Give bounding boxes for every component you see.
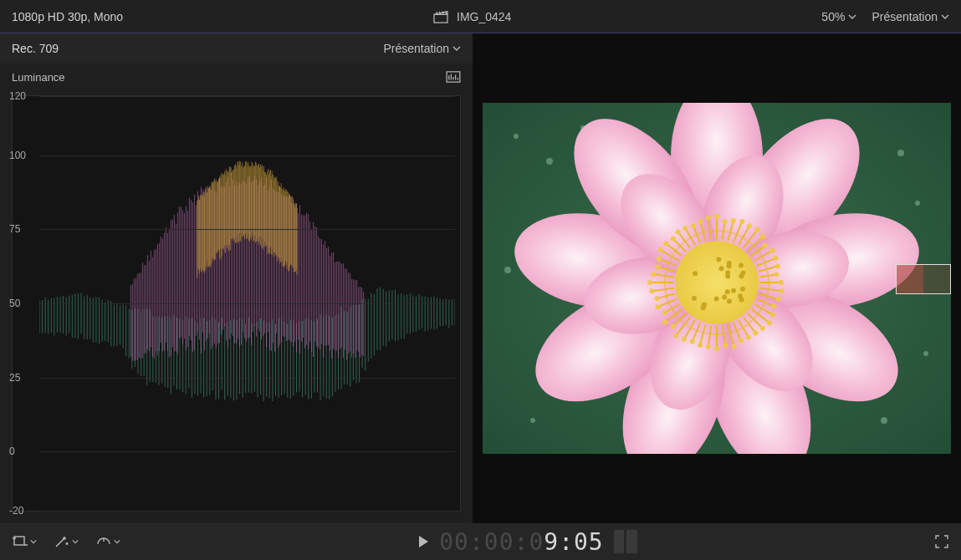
svg-point-513: [682, 226, 688, 231]
viewer-image[interactable]: [483, 103, 951, 454]
svg-point-469: [731, 344, 736, 349]
svg-point-517: [698, 219, 703, 224]
svg-point-459: [767, 320, 772, 325]
enhance-tool[interactable]: [54, 534, 79, 549]
svg-point-537: [769, 248, 774, 253]
svg-point-427: [915, 201, 920, 206]
crop-tool[interactable]: [12, 534, 37, 549]
scope-presentation-label: Présentation: [383, 42, 449, 55]
y-tick-label: 50: [9, 298, 34, 309]
waveform-plot: 1201007550250-20: [12, 95, 461, 512]
svg-point-429: [530, 418, 535, 423]
svg-point-557: [693, 271, 698, 276]
svg-point-555: [725, 289, 730, 294]
timecode-dim: 00:00:0: [439, 528, 544, 556]
viewer-panel: [473, 33, 961, 523]
waveform-icon[interactable]: [446, 71, 461, 83]
scope-body: 1201007550250-20: [0, 90, 473, 523]
svg-point-563: [740, 271, 745, 276]
svg-point-457: [770, 313, 775, 318]
svg-point-424: [546, 158, 553, 165]
svg-point-533: [760, 234, 765, 239]
grid-line: [39, 96, 455, 97]
svg-point-525: [731, 218, 736, 223]
svg-point-561: [740, 287, 745, 292]
fullscreen-button[interactable]: [934, 534, 949, 549]
grid-line: [39, 511, 455, 512]
svg-point-455: [771, 303, 776, 308]
svg-point-541: [775, 264, 780, 269]
svg-point-545: [716, 257, 721, 262]
svg-point-430: [504, 267, 511, 273]
svg-point-465: [746, 334, 751, 339]
svg-point-509: [671, 237, 676, 242]
svg-point-505: [658, 247, 663, 252]
color-space-label: Rec. 709: [12, 42, 383, 55]
audio-meter[interactable]: [614, 530, 637, 553]
y-tick-label: -20: [9, 505, 34, 517]
zoom-dropdown[interactable]: 50%: [821, 10, 856, 23]
chevron-down-icon: [848, 13, 856, 20]
presentation-dropdown[interactable]: Présentation: [872, 10, 949, 23]
svg-point-493: [655, 296, 660, 301]
svg-point-523: [723, 219, 728, 224]
selection-overlay[interactable]: [896, 264, 951, 294]
main-area: Rec. 709 Présentation Luminance 12010075…: [0, 33, 961, 523]
svg-point-546: [719, 266, 724, 271]
svg-point-511: [676, 230, 681, 235]
svg-point-463: [753, 330, 758, 335]
svg-point-566: [725, 270, 730, 275]
svg-point-491: [656, 304, 661, 309]
svg-point-497: [647, 280, 652, 285]
svg-point-507: [663, 241, 668, 246]
svg-point-449: [779, 280, 784, 285]
scope-header: Rec. 709 Présentation: [0, 33, 473, 64]
svg-point-529: [747, 224, 752, 229]
svg-point-495: [649, 288, 654, 293]
svg-point-501: [656, 264, 661, 269]
svg-point-543: [774, 272, 779, 277]
svg-point-562: [727, 299, 732, 304]
chevron-down-icon: [452, 45, 461, 52]
svg-point-503: [657, 256, 662, 261]
clip-name: IMG_0424: [457, 10, 511, 23]
play-button[interactable]: [417, 535, 429, 548]
y-tick-label: 75: [9, 223, 34, 235]
svg-point-423: [514, 134, 519, 139]
retime-tool[interactable]: [95, 534, 120, 549]
chevron-down-icon: [941, 13, 949, 20]
timecode-display[interactable]: 00:00:0 9:05: [439, 528, 603, 556]
svg-point-539: [773, 256, 778, 261]
svg-point-556: [701, 305, 706, 310]
svg-point-451: [780, 288, 785, 293]
svg-point-521: [714, 214, 719, 219]
grid-line: [39, 229, 455, 230]
svg-point-485: [671, 323, 676, 328]
format-label: 1080p HD 30p, Mono: [12, 10, 123, 23]
svg-point-559: [714, 296, 719, 301]
svg-point-560: [731, 288, 736, 293]
presentation-label: Présentation: [872, 10, 938, 23]
svg-point-426: [897, 150, 904, 156]
svg-point-553: [727, 261, 732, 266]
svg-point-467: [739, 338, 744, 343]
svg-point-515: [691, 223, 696, 228]
grid-line: [39, 378, 455, 379]
scopes-panel: Rec. 709 Présentation Luminance 12010075…: [0, 33, 473, 523]
scope-presentation-dropdown[interactable]: Présentation: [383, 42, 461, 55]
svg-point-489: [662, 310, 667, 315]
scope-subheader: Luminance: [0, 64, 473, 90]
svg-point-475: [706, 344, 711, 349]
svg-point-551: [739, 298, 744, 303]
svg-point-487: [662, 320, 667, 325]
clapperboard-icon: [433, 10, 448, 23]
svg-point-453: [776, 297, 781, 302]
svg-point-565: [692, 296, 697, 301]
y-tick-label: 0: [9, 445, 34, 457]
svg-point-544: [675, 241, 759, 324]
grid-line: [39, 303, 455, 304]
svg-point-428: [881, 417, 887, 424]
svg-point-527: [739, 219, 744, 224]
svg-point-531: [755, 227, 760, 232]
svg-point-481: [682, 337, 687, 342]
